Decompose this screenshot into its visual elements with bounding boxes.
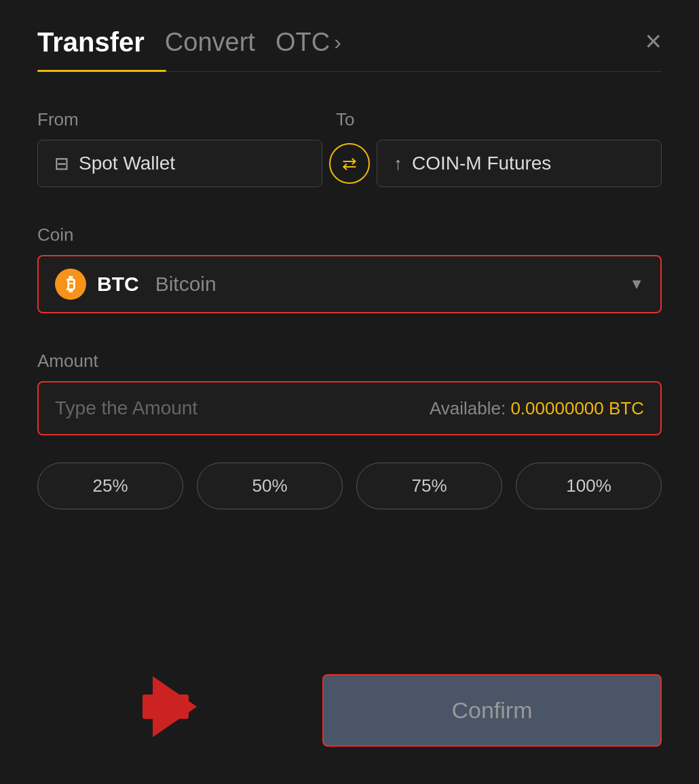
- spot-wallet-label: Spot Wallet: [79, 153, 175, 174]
- wallet-icon: ⊟: [54, 153, 69, 174]
- otc-chevron-icon: ›: [334, 30, 341, 55]
- coin-full-name: Bitcoin: [155, 273, 216, 296]
- futures-icon: ↑: [394, 153, 402, 174]
- swap-icon: ⇄: [342, 153, 357, 174]
- coin-symbol-text: BTC: [97, 273, 139, 296]
- pct-25-button[interactable]: 25%: [37, 463, 183, 509]
- pct-100-button[interactable]: 100%: [516, 463, 662, 509]
- tab-otc[interactable]: OTC ›: [276, 28, 341, 57]
- available-balance: Available: 0.00000000 BTC: [430, 398, 644, 419]
- coin-selector-dropdown[interactable]: ₿ BTC Bitcoin ▼: [37, 255, 662, 313]
- swap-button-container: ⇄: [322, 143, 377, 184]
- pct-75-button[interactable]: 75%: [356, 463, 502, 509]
- close-button[interactable]: ×: [645, 27, 662, 56]
- confirm-button[interactable]: Confirm: [322, 674, 662, 747]
- arrow-right-icon: [153, 676, 197, 737]
- pct-50-button[interactable]: 50%: [197, 463, 343, 509]
- from-label: From: [37, 109, 336, 130]
- transfer-modal: Transfer Convert OTC › × From To ⊟ Spot …: [0, 0, 699, 784]
- from-to-labels: From To: [37, 109, 662, 130]
- to-label: To: [336, 109, 662, 130]
- futures-label: COIN-M Futures: [412, 153, 551, 174]
- coin-section: Coin ₿ BTC Bitcoin ▼: [37, 224, 662, 313]
- amount-section: Amount Type the Amount Available: 0.0000…: [37, 351, 662, 435]
- from-to-inputs: ⊟ Spot Wallet ⇄ ↑ COIN-M Futures: [37, 140, 662, 187]
- tab-convert[interactable]: Convert: [165, 28, 255, 57]
- active-tab-indicator: [37, 70, 166, 72]
- amount-label: Amount: [37, 351, 662, 372]
- available-amount-value: 0.00000000 BTC: [510, 398, 644, 418]
- bottom-section: Confirm: [37, 633, 662, 747]
- spot-wallet-selector[interactable]: ⊟ Spot Wallet: [37, 140, 322, 187]
- futures-selector[interactable]: ↑ COIN-M Futures: [377, 140, 662, 187]
- btc-symbol: ₿: [67, 274, 75, 295]
- modal-header: Transfer Convert OTC › ×: [37, 27, 662, 58]
- btc-icon: ₿: [55, 269, 86, 300]
- percentage-buttons: 25% 50% 75% 100%: [37, 463, 662, 509]
- amount-input[interactable]: Type the Amount: [55, 397, 197, 419]
- amount-input-container: Type the Amount Available: 0.00000000 BT…: [37, 381, 662, 435]
- tab-underline: [37, 70, 662, 72]
- from-to-section: From To ⊟ Spot Wallet ⇄ ↑ COIN-M Futures: [37, 109, 662, 187]
- coin-chevron-down-icon: ▼: [629, 275, 644, 293]
- tab-transfer[interactable]: Transfer: [37, 27, 145, 58]
- coin-label: Coin: [37, 224, 662, 246]
- header-tabs: Transfer Convert OTC ›: [37, 27, 341, 58]
- available-label: Available:: [430, 398, 506, 418]
- swap-button[interactable]: ⇄: [329, 143, 370, 184]
- arrow-indicator: [153, 676, 197, 737]
